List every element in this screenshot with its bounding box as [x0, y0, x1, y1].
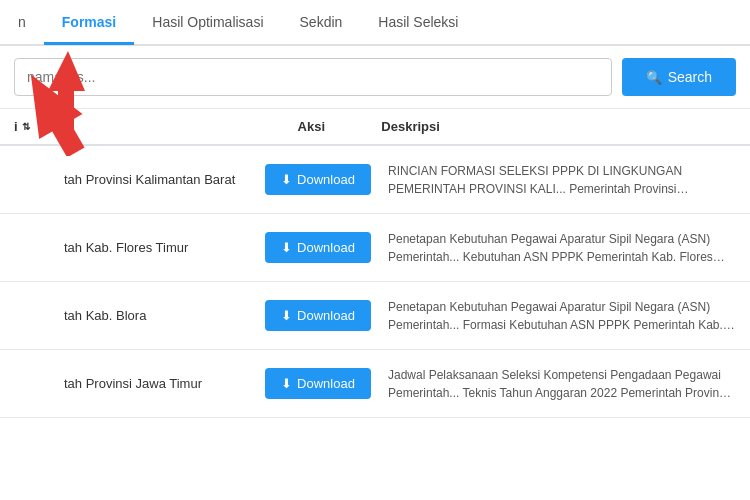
table-row: tah Provinsi Kalimantan Barat ⬇ Download… — [0, 146, 750, 214]
row-aksi: ⬇ Download — [248, 300, 388, 331]
nav-bar: n Formasi Hasil Optimalisasi Sekdin Hasi… — [0, 0, 750, 46]
row-deskripsi: Penetapan Kebutuhan Pegawai Aparatur Sip… — [388, 230, 736, 266]
search-button[interactable]: 🔍 Search — [622, 58, 736, 96]
nav-item-hasil-optimalisasi[interactable]: Hasil Optimalisasi — [134, 2, 281, 45]
download-button[interactable]: ⬇ Download — [265, 164, 371, 195]
download-button[interactable]: ⬇ Download — [265, 300, 371, 331]
download-button[interactable]: ⬇ Download — [265, 368, 371, 399]
row-instansi: tah Provinsi Kalimantan Barat — [64, 172, 248, 187]
download-icon: ⬇ — [281, 308, 292, 323]
download-icon: ⬇ — [281, 376, 292, 391]
th-aksi: Aksi — [241, 119, 381, 134]
table-header: i ⇅ Aksi Deskripsi — [0, 109, 750, 146]
table-body: tah Provinsi Kalimantan Barat ⬇ Download… — [0, 146, 750, 418]
nav-item-sekdin[interactable]: Sekdin — [282, 2, 361, 45]
search-button-label: Search — [668, 69, 712, 85]
download-icon: ⬇ — [281, 172, 292, 187]
nav-item-formasi[interactable]: Formasi — [44, 2, 134, 45]
row-aksi: ⬇ Download — [248, 368, 388, 399]
row-aksi: ⬇ Download — [248, 164, 388, 195]
nav-item-hasil-seleksi[interactable]: Hasil Seleksi — [360, 2, 476, 45]
row-instansi: tah Provinsi Jawa Timur — [64, 376, 248, 391]
row-deskripsi: Penetapan Kebutuhan Pegawai Aparatur Sip… — [388, 298, 736, 334]
download-button[interactable]: ⬇ Download — [265, 232, 371, 263]
row-deskripsi: Jadwal Pelaksanaan Seleksi Kompetensi Pe… — [388, 366, 736, 402]
th-instansi — [64, 119, 241, 134]
th-deskripsi: Deskripsi — [381, 119, 736, 134]
download-icon: ⬇ — [281, 240, 292, 255]
table-row: tah Provinsi Jawa Timur ⬇ Download Jadwa… — [0, 350, 750, 418]
th-no: i ⇅ — [14, 119, 64, 134]
table-row: tah Kab. Flores Timur ⬇ Download Penetap… — [0, 214, 750, 282]
search-row: 🔍 Search — [0, 46, 750, 109]
nav-item-n[interactable]: n — [10, 2, 44, 45]
table-row: tah Kab. Blora ⬇ Download Penetapan Kebu… — [0, 282, 750, 350]
row-aksi: ⬇ Download — [248, 232, 388, 263]
search-input[interactable] — [14, 58, 612, 96]
row-instansi: tah Kab. Flores Timur — [64, 240, 248, 255]
row-instansi: tah Kab. Blora — [64, 308, 248, 323]
search-icon: 🔍 — [646, 70, 662, 85]
row-deskripsi: RINCIAN FORMASI SELEKSI PPPK DI LINGKUNG… — [388, 162, 736, 198]
sort-icon: ⇅ — [22, 121, 30, 132]
